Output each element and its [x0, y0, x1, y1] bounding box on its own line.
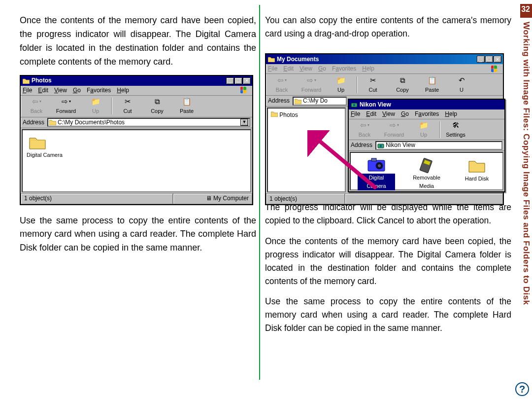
left-column: Once the contents of the memory card hav… [20, 14, 256, 261]
status-right: 🖥 My Computer [173, 193, 252, 204]
menu-view[interactable]: View [299, 64, 312, 73]
menu-favorites[interactable]: Favorites [332, 64, 356, 73]
toolbar: ⇦▾Back ⇨▾Forward 📁Up ✂Cut ⧉Copy 📋Paste [21, 96, 252, 117]
copy-button[interactable]: ⧉Copy [388, 75, 417, 94]
folder-icon [271, 111, 278, 117]
digital-camera-item[interactable]: Digital Camera [358, 157, 395, 185]
forward-button[interactable]: ⇨▾Forward [51, 97, 81, 115]
help-icon[interactable]: ? [515, 382, 529, 396]
titlebar[interactable]: Photos _ □ × [21, 76, 252, 86]
cut-button[interactable]: ✂Cut [358, 75, 388, 94]
menu-help[interactable]: Help [117, 86, 129, 95]
folder-icon [23, 77, 30, 84]
address-field[interactable]: C:\My Documents\Photos ▼ [47, 118, 250, 127]
address-bar: Address C:\My Documents\Photos ▼ [21, 117, 252, 128]
titlebar[interactable]: Nikon View [349, 100, 504, 109]
menu-favorites[interactable]: Favorites [87, 86, 111, 95]
up-button[interactable]: 📁Up [326, 75, 356, 94]
dropdown-button[interactable]: ▼ [240, 119, 248, 126]
folder-label: Digital Camera [27, 151, 250, 159]
menu-file[interactable]: File [23, 86, 32, 95]
paste-button[interactable]: 📋Paste [417, 75, 447, 94]
cut-button[interactable]: ✂Cut [113, 97, 142, 115]
maximize-button[interactable]: □ [485, 56, 493, 63]
menu-file[interactable]: File [268, 64, 277, 73]
item-label: Removable Media [413, 174, 440, 190]
menu-edit[interactable]: Edit [366, 109, 376, 119]
menu-file[interactable]: File [351, 109, 360, 119]
address-field[interactable]: C:\My Do [293, 97, 347, 106]
separator [111, 98, 112, 114]
item-label: Hard Disk [465, 175, 489, 183]
folder-icon [268, 56, 275, 63]
svg-rect-8 [420, 158, 432, 174]
forward-button[interactable]: ⇨▾Forward [379, 120, 409, 139]
content-area[interactable]: Digital Camera [22, 129, 251, 192]
photos-window: Photos _ □ × File Edit View Go Favorites… [20, 75, 253, 205]
status-blank [345, 193, 503, 204]
window-title: Nikon View [360, 100, 503, 109]
address-bar: Address Nikon View [349, 140, 504, 151]
menu-go[interactable]: Go [73, 86, 81, 95]
folder-tree[interactable]: Photos [267, 108, 346, 192]
menu-edit[interactable]: Edit [38, 86, 48, 95]
menu-help[interactable]: Help [445, 109, 457, 119]
hard-disk-item[interactable]: Hard Disk [458, 157, 496, 185]
toolbar: ⇦▾Back ⇨▾Forward 📁Up ✂Cut ⧉Copy 📋Paste ↶… [266, 74, 503, 96]
page-number: 32 [521, 5, 530, 14]
settings-button[interactable]: 🛠Settings [441, 120, 470, 139]
menu-view[interactable]: View [54, 86, 67, 95]
back-button[interactable]: ⇦▾Back [22, 97, 51, 115]
computer-icon: 🖥 [206, 194, 212, 203]
body-text: Once the contents of the memory card hav… [265, 235, 511, 289]
up-button[interactable]: 📁Up [409, 120, 438, 139]
menu-go[interactable]: Go [318, 64, 326, 73]
address-value: C:\My Do [303, 96, 328, 106]
status-left: 1 object(s) [21, 193, 173, 204]
minimize-button[interactable]: _ [477, 56, 485, 63]
status-bar: 1 object(s) [266, 193, 503, 204]
up-button[interactable]: 📁Up [81, 97, 110, 115]
content-area[interactable]: Digital Camera Removable Media Hard Disk [350, 152, 503, 190]
tree-item-photos[interactable]: Photos [279, 111, 298, 118]
nikon-icon [377, 143, 384, 148]
back-button[interactable]: ⇦▾Back [267, 75, 297, 94]
address-label: Address [268, 96, 290, 106]
paste-button[interactable]: 📋Paste [172, 97, 201, 115]
menu-go[interactable]: Go [401, 109, 409, 119]
windows-logo-icon [239, 86, 250, 94]
titlebar[interactable]: My Documents _ □ × [266, 54, 503, 64]
undo-button[interactable]: ↶U [447, 75, 476, 94]
svg-rect-5 [371, 158, 376, 161]
body-text: Use the same process to copy the entire … [20, 214, 256, 255]
back-button[interactable]: ⇦▾Back [350, 120, 379, 139]
forward-button[interactable]: ⇨▾Forward [297, 75, 326, 94]
maximize-button[interactable]: □ [234, 77, 242, 84]
toolbar: ⇦▾Back ⇨▾Forward 📁Up 🛠Settings [349, 119, 504, 140]
menu-view[interactable]: View [382, 109, 395, 119]
menu-help[interactable]: Help [362, 64, 374, 73]
body-text: Use the same process to copy the entire … [265, 295, 511, 335]
menubar: File Edit View Go Favorites Help [266, 64, 503, 74]
minimize-button[interactable]: _ [226, 77, 234, 84]
side-title: Working with Image Files: Copying Image … [521, 22, 531, 305]
window-title: Photos [32, 76, 226, 85]
copy-button[interactable]: ⧉Copy [142, 97, 172, 115]
address-label: Address [23, 118, 44, 127]
menu-favorites[interactable]: Favorites [415, 109, 439, 119]
removable-media-item[interactable]: Removable Media [408, 157, 445, 185]
folder-item[interactable]: Digital Camera [23, 135, 250, 159]
svg-point-7 [378, 164, 381, 167]
address-label: Address [351, 141, 372, 150]
menu-edit[interactable]: Edit [283, 64, 294, 73]
body-text: You can also copy the entire contents of… [265, 14, 511, 40]
close-button[interactable]: × [494, 56, 501, 63]
screenshot-composite: My Documents _ □ × File Edit View Go Fav… [265, 47, 504, 193]
address-field[interactable]: Nikon View [375, 141, 502, 150]
close-button[interactable]: × [243, 77, 251, 84]
column-divider [259, 5, 260, 380]
body-text: Once the contents of the memory card hav… [20, 14, 256, 69]
separator [357, 76, 357, 93]
folder-icon [29, 135, 46, 150]
status-left: 1 object(s) [266, 193, 345, 204]
